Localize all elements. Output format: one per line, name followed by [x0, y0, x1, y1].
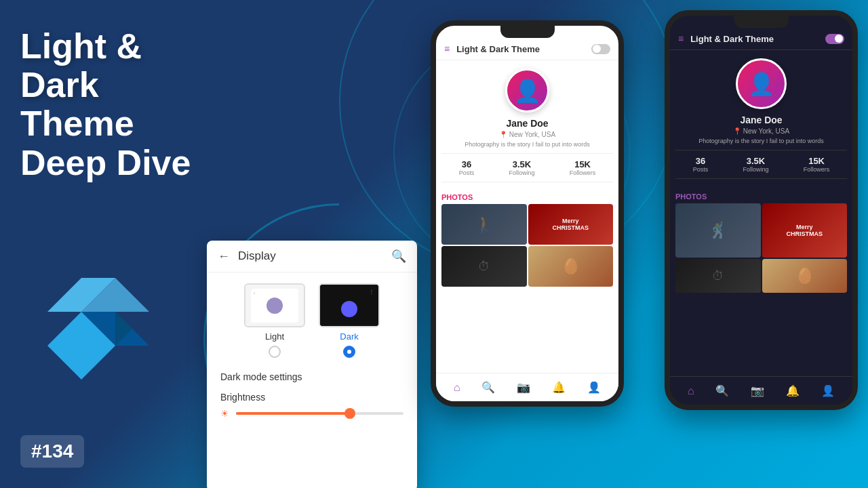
brightness-slider-row: ☀: [220, 408, 403, 419]
theme-selector: ‹ Light ⋮ Dark: [207, 272, 417, 363]
phone-light-notch: [500, 26, 555, 38]
dark-photo-4: 🥚: [762, 259, 848, 293]
light-following-label: Following: [509, 169, 534, 176]
dark-stat-posts: 36 Posts: [693, 156, 709, 173]
dark-radio[interactable]: [343, 346, 355, 358]
dark-theme-option[interactable]: ⋮ Dark: [319, 283, 380, 358]
dark-photo-2: MerryCHRISTMAS: [762, 203, 848, 258]
brightness-section: Brightness ☀: [207, 386, 417, 427]
person-icon-light[interactable]: 👤: [587, 381, 601, 394]
dark-photo-1: 🕺: [675, 203, 761, 258]
light-stat-followers: 15K Followers: [570, 159, 596, 176]
light-posts-value: 36: [459, 159, 475, 169]
dark-location-text: New York, USA: [743, 127, 789, 135]
camera-icon-light[interactable]: 📷: [517, 381, 530, 394]
light-profile-section: 👤 Jane Doe 📍 New York, USA Photography i…: [436, 60, 618, 193]
phone-light-frame: ≡ Light & Dark Theme 👤 Jane Doe 📍 New Yo…: [431, 20, 624, 407]
dark-mode-settings-label: Dark mode settings: [207, 363, 417, 386]
light-label: Light: [265, 331, 284, 342]
back-button[interactable]: ←: [218, 249, 230, 264]
dark-toggle[interactable]: [825, 34, 844, 44]
light-profile-name: Jane Doe: [506, 118, 548, 129]
title-area: Light & Dark Theme Deep Dive: [20, 27, 210, 182]
hamburger-icon-light[interactable]: ≡: [444, 43, 450, 54]
episode-badge: #134: [20, 435, 84, 468]
light-following-value: 3.5K: [509, 159, 534, 169]
dark-following-label: Following: [743, 166, 768, 173]
phone-dark: ≡ Light & Dark Theme 👤 Jane Doe 📍 New Yo…: [665, 10, 858, 410]
light-stat-posts: 36 Posts: [459, 159, 475, 176]
light-avatar-icon: 👤: [514, 78, 541, 104]
light-photos-header: PHOTOS: [436, 193, 618, 204]
location-pin-icon-light: 📍: [499, 131, 507, 138]
light-photo-1: 🚶: [441, 204, 527, 245]
light-preview-circle: [267, 298, 283, 314]
brightness-track[interactable]: [236, 412, 403, 415]
light-app-header: ≡ Light & Dark Theme: [436, 38, 618, 60]
phone-light: ≡ Light & Dark Theme 👤 Jane Doe 📍 New Yo…: [431, 20, 624, 407]
search-icon-light[interactable]: 🔍: [481, 381, 495, 394]
light-stats-row: 36 Posts 3.5K Following 15K Followers: [441, 153, 613, 182]
dark-followers-value: 15K: [804, 156, 830, 166]
bell-icon-light[interactable]: 🔔: [552, 381, 566, 394]
dark-profile-name: Jane Doe: [740, 115, 782, 125]
light-photo-4: 🥚: [528, 246, 614, 287]
hamburger-icon-dark[interactable]: ≡: [678, 33, 684, 44]
dark-stat-following: 3.5K Following: [743, 156, 768, 173]
dark-preview-dot: ⋮: [369, 289, 374, 295]
dark-photo-3: ⏱: [675, 259, 761, 293]
light-posts-label: Posts: [459, 169, 475, 176]
dark-posts-label: Posts: [693, 166, 709, 173]
light-bottom-nav: ⌂ 🔍 📷 🔔 👤: [436, 373, 618, 401]
brightness-label: Brightness: [220, 392, 403, 403]
location-pin-icon-dark: 📍: [733, 127, 741, 135]
bell-icon-dark[interactable]: 🔔: [786, 384, 800, 397]
light-radio[interactable]: [269, 346, 281, 358]
dark-photos-grid: 🕺 MerryCHRISTMAS ⏱ 🥚: [675, 203, 847, 293]
title-line2: Theme: [20, 104, 210, 143]
light-toggle[interactable]: [591, 44, 610, 54]
camera-icon-dark[interactable]: 📷: [751, 384, 764, 397]
dark-stats-row: 36 Posts 3.5K Following 15K Followers: [675, 150, 847, 179]
dark-toggle-knob: [835, 35, 843, 43]
flutter-logo: [27, 258, 163, 393]
search-icon-dark[interactable]: 🔍: [715, 384, 729, 397]
light-preview-arrow: ‹: [254, 291, 255, 296]
light-followers-label: Followers: [570, 169, 596, 176]
dark-avatar: 👤: [736, 58, 787, 109]
light-preview: ‹: [244, 283, 305, 327]
light-followers-value: 15K: [570, 159, 596, 169]
light-stat-following: 3.5K Following: [509, 159, 534, 176]
light-theme-option[interactable]: ‹ Light: [244, 283, 305, 358]
dark-following-value: 3.5K: [743, 156, 768, 166]
person-icon-dark[interactable]: 👤: [821, 384, 835, 397]
light-location-text: New York, USA: [509, 131, 555, 138]
dark-followers-label: Followers: [804, 166, 830, 173]
search-icon[interactable]: 🔍: [391, 249, 406, 264]
title-line1: Light & Dark: [20, 27, 210, 104]
home-icon-dark[interactable]: ⌂: [688, 385, 694, 397]
phone-dark-notch: [734, 16, 789, 28]
light-photos-grid: 🚶 MerryCHRISTMAS ⏱ 🥚: [436, 204, 618, 287]
light-app-title: Light & Dark Theme: [456, 44, 591, 54]
dark-posts-value: 36: [693, 156, 709, 166]
dark-preview-inner: ⋮: [320, 285, 378, 326]
dark-photos-section: PHOTOS 🕺 MerryCHRISTMAS ⏱ 🥚: [670, 190, 852, 293]
light-photo-2: MerryCHRISTMAS: [528, 204, 614, 245]
light-preview-inner: ‹: [251, 289, 298, 323]
dark-app-header: ≡ Light & Dark Theme: [670, 28, 852, 50]
light-profile-location: 📍 New York, USA: [499, 131, 555, 138]
panel-header: ← Display 🔍: [207, 241, 417, 272]
home-icon-light[interactable]: ⌂: [454, 382, 460, 394]
phone-dark-screen: ≡ Light & Dark Theme 👤 Jane Doe 📍 New Yo…: [670, 28, 852, 405]
phone-dark-frame: ≡ Light & Dark Theme 👤 Jane Doe 📍 New Yo…: [665, 10, 858, 410]
dark-profile-bio: Photography is the story I fail to put i…: [698, 138, 824, 144]
light-avatar: 👤: [505, 68, 549, 113]
dark-bottom-nav: ⌂ 🔍 📷 🔔 👤: [670, 376, 852, 405]
dark-stat-followers: 15K Followers: [804, 156, 830, 173]
light-toggle-knob: [593, 45, 601, 53]
brightness-thumb[interactable]: [344, 408, 355, 419]
dark-photos-header: PHOTOS: [675, 190, 847, 203]
dark-profile-section: 👤 Jane Doe 📍 New York, USA Photography i…: [670, 50, 852, 190]
dark-label: Dark: [340, 331, 358, 342]
